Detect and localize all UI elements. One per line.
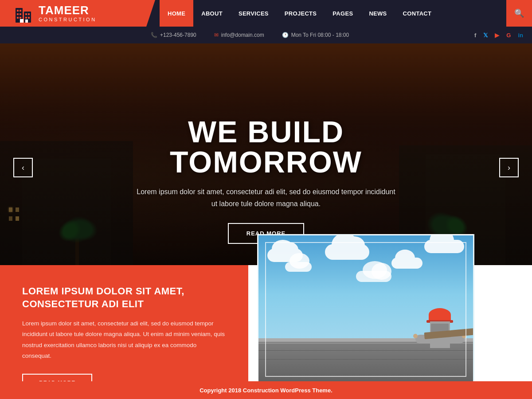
- worker-figure: [429, 308, 451, 348]
- logo-building-icon: [13, 4, 33, 23]
- email-icon: ✉: [214, 32, 219, 38]
- content-right-panel: [248, 265, 532, 389]
- brand-tagline: CONSTRUCTION: [39, 17, 97, 22]
- cloud-2: [325, 244, 369, 260]
- footer: Copyright 2018 Construction WordPress Th…: [0, 381, 532, 399]
- business-hours: Mon To Fri 08:00 - 18:00: [291, 32, 349, 38]
- nav-menu: HOME ABOUT SERVICES PROJECTS PAGES NEWS …: [146, 0, 506, 27]
- content-description: Lorem ipsum dolor sit amet, consectetur …: [22, 318, 226, 361]
- svg-rect-7: [20, 17, 21, 19]
- phone-number: +123-456-7890: [160, 32, 196, 38]
- brand-name: TAMEER: [39, 4, 97, 16]
- hero-prev-button[interactable]: ‹: [13, 158, 33, 177]
- worker-image: [257, 234, 474, 385]
- nav-item-projects[interactable]: PROJECTS: [277, 0, 325, 27]
- svg-rect-10: [25, 17, 27, 19]
- info-bar: 📞 +123-456-7890 ✉ info@domain.com 🕐 Mon …: [0, 27, 532, 43]
- nav-item-services[interactable]: SERVICES: [231, 0, 277, 27]
- nav-item-home[interactable]: HOME: [160, 0, 193, 27]
- facebook-icon[interactable]: f: [474, 32, 476, 39]
- svg-rect-4: [17, 13, 19, 15]
- svg-rect-3: [20, 10, 21, 12]
- svg-rect-12: [20, 19, 23, 23]
- hero-next-button[interactable]: ›: [499, 158, 519, 177]
- email-address: info@domain.com: [221, 32, 264, 38]
- cloud-3: [391, 258, 422, 269]
- hero-description: Lorem ipsum dolor sit amet, consectetur …: [111, 186, 421, 210]
- svg-rect-6: [17, 17, 19, 19]
- svg-rect-2: [17, 10, 19, 12]
- nav-item-contact[interactable]: CONTACT: [395, 0, 440, 27]
- main-nav: TAMEER CONSTRUCTION HOME ABOUT SERVICES …: [0, 0, 532, 27]
- worker-helmet: [429, 308, 451, 321]
- site-header: TAMEER CONSTRUCTION HOME ABOUT SERVICES …: [0, 0, 532, 43]
- copyright-text: Copyright 2018 Construction WordPress Th…: [200, 387, 332, 394]
- page: TAMEER CONSTRUCTION HOME ABOUT SERVICES …: [0, 0, 532, 399]
- svg-rect-11: [28, 17, 30, 19]
- logo-block[interactable]: TAMEER CONSTRUCTION: [0, 0, 146, 27]
- hero-title: WE BUILD TOMORROW: [111, 117, 421, 177]
- cloud-4: [424, 240, 464, 253]
- content-left-panel: LOREM IPSUM DOLOR SIT AMET, CONSECTETUR …: [0, 265, 248, 389]
- nav-item-news[interactable]: NEWS: [361, 0, 395, 27]
- twitter-icon[interactable]: 𝕏: [483, 32, 488, 39]
- hero-content: WE BUILD TOMORROW Lorem ipsum dolor sit …: [111, 117, 421, 244]
- search-button[interactable]: 🔍: [506, 0, 532, 27]
- arrow-right-icon: ›: [508, 163, 510, 172]
- linkedin-icon[interactable]: in: [518, 32, 523, 39]
- youtube-icon[interactable]: ▶: [495, 32, 499, 39]
- arrow-left-icon: ‹: [22, 163, 24, 172]
- svg-rect-8: [25, 13, 27, 15]
- phone-icon: 📞: [151, 32, 157, 38]
- search-icon: 🔍: [514, 8, 524, 18]
- nav-item-about[interactable]: ABOUT: [193, 0, 231, 27]
- email-info: ✉ info@domain.com: [205, 32, 273, 38]
- content-section: LOREM IPSUM DOLOR SIT AMET, CONSECTETUR …: [0, 265, 532, 389]
- hours-info: 🕐 Mon To Fri 08:00 - 18:00: [273, 32, 358, 38]
- svg-rect-9: [28, 13, 30, 15]
- content-title: LOREM IPSUM DOLOR SIT AMET, CONSECTETUR …: [22, 285, 226, 310]
- hero-section: WE BUILD TOMORROW Lorem ipsum dolor sit …: [0, 43, 532, 265]
- google-icon[interactable]: G: [506, 32, 511, 39]
- clock-icon: 🕐: [282, 32, 289, 38]
- logo-text: TAMEER CONSTRUCTION: [39, 4, 97, 22]
- social-bar: f 𝕏 ▶ G in: [474, 32, 523, 39]
- phone-info: 📞 +123-456-7890: [142, 32, 205, 38]
- nav-item-pages[interactable]: PAGES: [325, 0, 361, 27]
- svg-rect-13: [25, 20, 28, 23]
- worker-hand-left: [413, 334, 418, 338]
- svg-rect-5: [20, 13, 21, 15]
